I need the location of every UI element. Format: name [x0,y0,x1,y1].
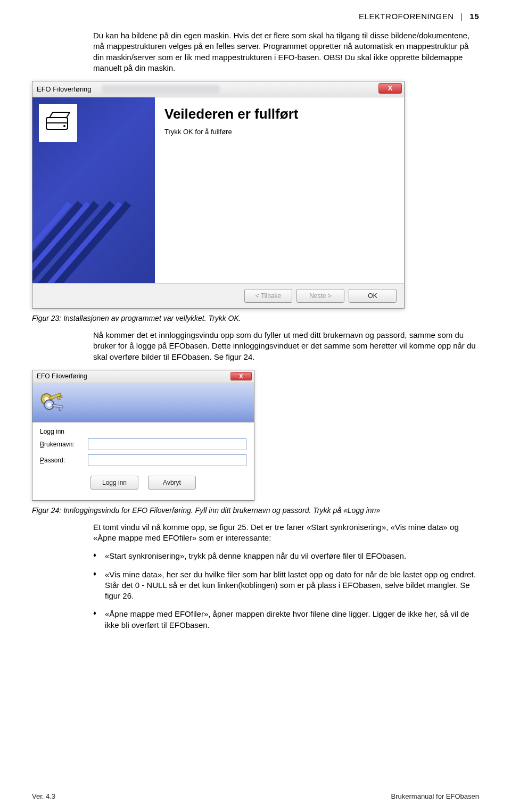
password-row: Passord: [40,454,246,466]
svg-rect-5 [57,396,60,400]
login-banner [32,383,254,422]
wizard-subtext: Trykk OK for å fullføre [164,128,394,136]
cancel-button[interactable]: Avbryt [148,476,196,490]
decorative-stripes [32,182,155,283]
dialog-button-row: < Tilbake Neste > OK [32,284,404,308]
password-label: Passord: [40,457,88,464]
figure-23-caption: Figur 23: Installasjonen av programmet v… [32,314,479,322]
blurred-text [102,85,219,94]
svg-rect-9 [52,404,63,408]
next-button[interactable]: Neste > [296,289,344,303]
scanner-icon [39,104,77,142]
login-close-button[interactable]: X [230,372,252,380]
tabs-intro-paragraph: Et tomt vindu vil nå komme opp, se figur… [93,522,479,544]
footer-title: Brukermanual for EFObasen [391,792,479,800]
username-label: Brukernavn: [40,441,88,448]
login-button[interactable]: Logg inn [90,476,138,490]
footer-version: Ver. 4.3 [32,792,55,800]
org-name: ELEKTROFORENINGEN [359,12,454,21]
login-body: Logg inn Brukernavn: Passord: Logg inn A… [32,422,254,500]
header-separator: | [460,12,463,21]
dialog-main: Veilederen er fullført Trykk OK for å fu… [155,97,404,283]
wizard-heading: Veilederen er fullført [164,106,394,122]
intro-paragraph: Du kan ha bildene på din egen maskin. Hv… [93,30,479,73]
close-icon: X [239,373,243,379]
password-input[interactable] [88,454,246,466]
dialog-title: EFO Filoverføring [37,85,92,93]
login-button-row: Logg inn Avbryt [40,470,246,497]
bullet-list: «Start synkronisering», trykk på denne k… [93,551,479,631]
username-input[interactable] [88,438,246,450]
close-icon: X [388,84,393,92]
page-footer: Ver. 4.3 Brukermanual for EFObasen [32,792,479,800]
svg-rect-10 [59,408,61,410]
ok-button[interactable]: OK [349,289,397,303]
bullet-item: «Start synkronisering», trykk på denne k… [93,551,479,561]
back-button[interactable]: < Tilbake [244,289,292,303]
login-dialog-title: EFO Filoverføring [37,372,87,380]
close-button[interactable]: X [378,83,402,94]
keys-icon [38,387,70,419]
svg-rect-6 [60,395,62,398]
page-number: 15 [469,12,479,21]
login-dialog: EFO Filoverføring X Logg inn [32,370,254,501]
dialog-titlebar[interactable]: EFO Filoverføring X [32,81,404,97]
login-titlebar[interactable]: EFO Filoverføring X [32,370,254,383]
page-header: ELEKTROFORENINGEN | 15 [32,12,479,21]
svg-point-1 [63,125,65,127]
bullet-item: «Åpne mappe med EFOfiler», åpner mappen … [93,609,479,631]
wizard-complete-dialog: EFO Filoverføring X [32,81,405,309]
login-label: Logg inn [40,428,246,435]
bullet-item: «Vis mine data», her ser du hvilke filer… [93,569,479,602]
dialog-sidebar [32,97,155,283]
figure-24-caption: Figur 24: Innloggingsvindu for EFO Filov… [32,506,479,515]
username-row: Brukernavn: [40,438,246,450]
dialog-body: Veilederen er fullført Trykk OK for å fu… [32,97,404,284]
login-intro-paragraph: Nå kommer det et innloggingsvindu opp so… [93,330,479,362]
